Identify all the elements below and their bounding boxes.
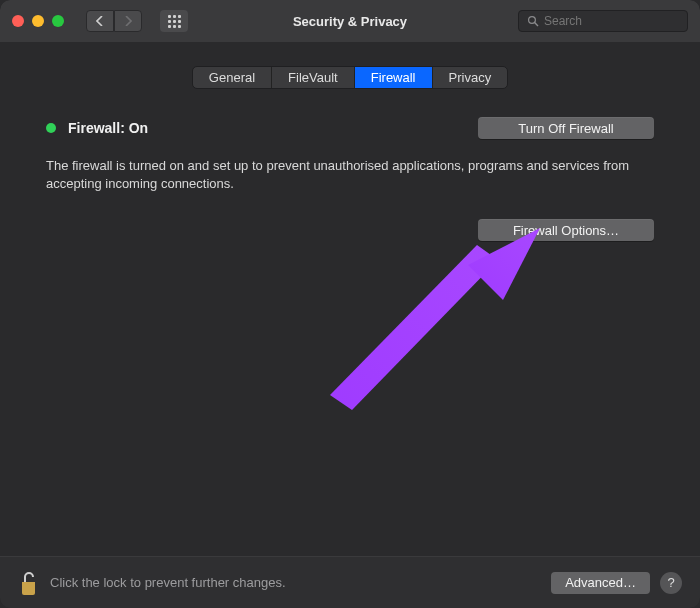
titlebar: Security & Privacy: [0, 0, 700, 42]
tab-general[interactable]: General: [193, 67, 272, 88]
search-input[interactable]: [544, 14, 679, 28]
svg-point-0: [529, 17, 536, 24]
back-button[interactable]: [86, 10, 114, 32]
svg-line-1: [535, 23, 538, 26]
zoom-window-button[interactable]: [52, 15, 64, 27]
firewall-status: Firewall: On: [46, 120, 148, 136]
close-window-button[interactable]: [12, 15, 24, 27]
firewall-panel: Firewall: On Turn Off Firewall The firew…: [0, 89, 700, 241]
advanced-button[interactable]: Advanced…: [551, 572, 650, 594]
chevron-right-icon: [124, 16, 132, 26]
minimize-window-button[interactable]: [32, 15, 44, 27]
preferences-window: Security & Privacy General FileVault Fir…: [0, 0, 700, 608]
search-field-wrap[interactable]: [518, 10, 688, 32]
tab-privacy[interactable]: Privacy: [433, 67, 508, 88]
tab-firewall[interactable]: Firewall: [355, 67, 433, 88]
lock-open-icon: [18, 570, 40, 596]
forward-button[interactable]: [114, 10, 142, 32]
grid-icon: [168, 15, 181, 28]
status-dot-icon: [46, 123, 56, 133]
help-icon: ?: [667, 575, 674, 590]
firewall-options-button[interactable]: Firewall Options…: [478, 219, 654, 241]
firewall-options-row: Firewall Options…: [46, 219, 654, 241]
svg-marker-2: [330, 245, 498, 410]
lock-text: Click the lock to prevent further change…: [50, 575, 286, 590]
tabs: General FileVault Firewall Privacy: [192, 66, 508, 89]
traffic-lights: [12, 15, 64, 27]
lock-area[interactable]: Click the lock to prevent further change…: [18, 570, 286, 596]
show-all-button[interactable]: [160, 10, 188, 32]
firewall-status-label: Firewall: On: [68, 120, 148, 136]
footer: Click the lock to prevent further change…: [0, 556, 700, 608]
nav-arrows: [86, 10, 142, 32]
search-icon: [527, 15, 539, 27]
firewall-status-row: Firewall: On Turn Off Firewall: [46, 117, 654, 139]
chevron-left-icon: [96, 16, 104, 26]
firewall-description: The firewall is turned on and set up to …: [46, 157, 646, 193]
help-button[interactable]: ?: [660, 572, 682, 594]
tab-filevault[interactable]: FileVault: [272, 67, 355, 88]
turn-off-firewall-button[interactable]: Turn Off Firewall: [478, 117, 654, 139]
tabs-row: General FileVault Firewall Privacy: [0, 66, 700, 89]
